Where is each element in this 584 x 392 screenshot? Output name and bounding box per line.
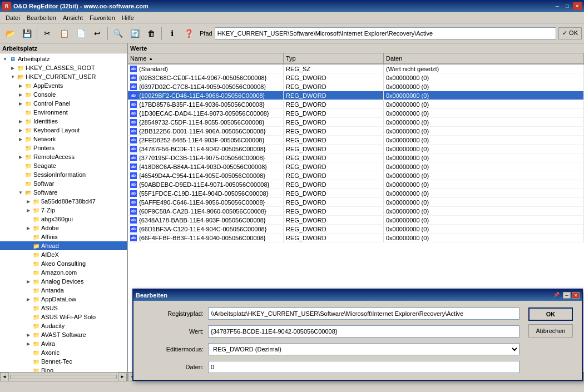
help-button[interactable]: ❓ <box>181 26 196 41</box>
tree-node-avira[interactable]: ▶ 📁 Avira <box>0 339 127 348</box>
tree-node-affinix[interactable]: 📁 Affinix <box>0 232 127 241</box>
tree-node-arbeitsplatz[interactable]: ▼ 🖥 Arbeitsplatz <box>0 54 127 63</box>
cut-button[interactable]: ✂ <box>39 26 55 41</box>
search-button[interactable]: 🔍 <box>110 26 126 41</box>
path-bar: Pfad ✓ OK <box>200 27 582 39</box>
table-row[interactable]: ab(Standard)REG_SZ(Wert nicht gesetzt) <box>128 64 584 73</box>
tree-node-hkey-current-user[interactable]: ▼ 📂 HKEY_CURRENT_USER <box>0 72 127 81</box>
dialog-close-button[interactable]: ✕ <box>572 292 580 299</box>
tree-node-avast[interactable]: ▶ 📁 AVAST Software <box>0 330 127 339</box>
tree-node-bino[interactable]: 📁 Bino <box>0 366 127 372</box>
tree-node-control-panel[interactable]: ▶ 📁 Control Panel <box>0 99 127 108</box>
table-row[interactable]: ab{3770195F-DC3B-11E4-9075-005056C00008}… <box>128 153 584 162</box>
tree-node-5a55dd[interactable]: ▶ 📁 5a55dd88e738bd47 <box>0 197 127 206</box>
tree-node-software[interactable]: ▼ 📂 Software <box>0 188 127 197</box>
table-row[interactable]: ab{0397D02C-C7C8-11E4-9059-005056C00008}… <box>128 82 584 91</box>
tree-node-environment[interactable]: 📁 Environment <box>0 108 127 117</box>
path-go-button[interactable]: ✓ OK <box>558 27 582 39</box>
dialog-ok-button[interactable]: OK <box>528 307 573 321</box>
tree-node-sessioninfo[interactable]: 📁 SessionInformation <box>0 170 127 179</box>
table-row[interactable]: ab{46549D4A-C954-11E4-905E-005056C00008}… <box>128 171 584 180</box>
tree-node-abgx360gui[interactable]: 📁 abgx360gui <box>0 215 127 224</box>
tree-node-seagate[interactable]: 📁 Seagate <box>0 161 127 170</box>
tree-node-printers[interactable]: 📁 Printers <box>0 143 127 152</box>
tree-node-audacity[interactable]: 📁 Audacity <box>0 321 127 330</box>
tree-label-arbeitsplatz: Arbeitsplatz <box>17 56 50 62</box>
dialog-cancel-button[interactable]: Abbrechen <box>528 324 573 338</box>
menu-ansicht[interactable]: Ansicht <box>60 14 86 22</box>
table-row[interactable]: ab{60F9C58A-CA2B-11E4-9060-005056C00008}… <box>128 207 584 216</box>
table-row[interactable]: ab{02B3C68C-CE0F-11E4-9067-005056C00008}… <box>128 73 584 82</box>
tree-node-aidex[interactable]: 📁 AIDeX <box>0 250 127 259</box>
cell-name-text: {46549D4A-C954-11E4-905E-005056C00008} <box>139 172 265 179</box>
paste-button[interactable]: 📄 <box>73 26 88 41</box>
table-row[interactable]: ab{17BD8576-B35F-11E4-9036-005056C00008}… <box>128 100 584 109</box>
table-row[interactable]: ab{66F4FFBF-BB3F-11E4-9040-005056C00008}… <box>128 234 584 242</box>
table-row[interactable]: ab{55F1FDCE-C19D-11E4-904D-005056C00008}… <box>128 189 584 198</box>
cell-name-11: ab{418D8C6A-B84A-11E4-903D-005056C00008} <box>128 162 284 171</box>
menu-favoriten[interactable]: Favoriten <box>86 14 118 22</box>
undo-button[interactable]: ↩ <box>90 26 105 41</box>
open-button[interactable]: 📂 <box>2 26 18 41</box>
tree-hscroll[interactable]: ◄ ► <box>0 372 127 381</box>
table-row[interactable]: ab{2BB122B6-D001-11E4-906A-005056C00008}… <box>128 127 584 136</box>
tree-node-appdatalow[interactable]: ▶ 📁 AppDataLow <box>0 295 127 304</box>
table-row[interactable]: ab{66D1BF3A-C120-11E4-904C-005056C00008}… <box>128 225 584 234</box>
tree-node-7zip[interactable]: ▶ 📁 7-Zip <box>0 206 127 215</box>
tree-scroll-left[interactable]: ◄ <box>0 373 9 381</box>
tree-node-network[interactable]: ▶ 📁 Network <box>0 135 127 143</box>
minimize-button[interactable]: ─ <box>553 2 562 10</box>
table-row[interactable]: ab{34787F56-BCDE-11E4-9042-005056C00008}… <box>128 145 584 153</box>
table-row[interactable]: ab{10029BF2-CD46-11E4-9066-005056C00008}… <box>128 91 584 100</box>
col-header-data[interactable]: Daten <box>384 53 584 63</box>
tree-scroll-right[interactable]: ► <box>118 373 127 381</box>
table-row[interactable]: ab{28549732-C5DF-11E4-9055-005056C00008}… <box>128 118 584 127</box>
table-row[interactable]: ab{6348A178-BABB-11E4-903F-005056C00008}… <box>128 216 584 225</box>
close-button[interactable]: ✕ <box>573 2 582 10</box>
tree-node-antanda[interactable]: 📁 Antanda <box>0 286 127 295</box>
menu-hilfe[interactable]: Hilfe <box>118 14 137 22</box>
dialog-minimize-button[interactable]: ─ <box>563 292 571 299</box>
dialog-editiermodus-select[interactable]: REG_DWORD (Dezimal) REG_DWORD (Hexadezim… <box>208 343 519 355</box>
table-row[interactable]: ab{1D30ECAC-DAD4-11E4-9073-005056C00008}… <box>128 109 584 118</box>
tree-node-amazon[interactable]: 📁 Amazon.com <box>0 268 127 277</box>
delete-button[interactable]: 🗑 <box>143 26 159 41</box>
tree-node-softwar[interactable]: 📁 Softwar <box>0 179 127 188</box>
tree-node-akeo[interactable]: 📁 Akeo Consulting <box>0 259 127 268</box>
tree-node-bennet[interactable]: 📁 Bennet-Tec <box>0 357 127 366</box>
tree-node-hkey-classes-root[interactable]: ▶ 📁 HKEY_CLASSES_ROOT <box>0 63 127 72</box>
folder-icon-adobe: 📁 <box>32 225 40 231</box>
tree-node-keyboard-layout[interactable]: ▶ 📁 Keyboard Layout <box>0 126 127 135</box>
menu-datei[interactable]: Datei <box>2 14 23 22</box>
maximize-button[interactable]: □ <box>563 2 572 10</box>
tree-node-analog[interactable]: ▶ 📁 Analog Devices <box>0 277 127 286</box>
table-row[interactable]: ab{418D8C6A-B84A-11E4-903D-005056C00008}… <box>128 162 584 171</box>
table-row[interactable]: ab{5AFFE490-C646-11E4-9056-005056C00008}… <box>128 198 584 207</box>
tree-node-console[interactable]: ▶ 📁 Console <box>0 90 127 99</box>
tree-node-axonic[interactable]: 📁 Axonic <box>0 348 127 357</box>
cell-data-16: 0x00000000 (0) <box>384 207 584 215</box>
table-row[interactable]: ab{50ABDEBC-D9ED-11E4-9071-005056C00008}… <box>128 180 584 189</box>
col-header-type[interactable]: Typ <box>284 53 384 63</box>
path-input[interactable] <box>215 27 556 39</box>
tree-node-remoteaccess[interactable]: ▶ 📁 RemoteAccess <box>0 152 127 161</box>
cell-data-5: 0x00000000 (0) <box>384 109 584 117</box>
save-button[interactable]: 💾 <box>19 26 34 41</box>
tree-node-identities[interactable]: ▶ 📁 Identities <box>0 117 127 126</box>
tree-label-printers: Printers <box>32 145 55 151</box>
tree-node-appevents[interactable]: ▶ 📁 AppEvents <box>0 81 127 90</box>
tree-node-asus[interactable]: 📁 ASUS <box>0 304 127 312</box>
copy-button[interactable]: 📋 <box>56 26 72 41</box>
table-row[interactable]: ab{2FED8252-8485-11E4-903F-005056C00008}… <box>128 136 584 145</box>
tree-hscroll-thumb <box>10 375 117 379</box>
replace-button[interactable]: 🔄 <box>127 26 142 41</box>
dialog-daten-input[interactable] <box>208 361 519 373</box>
col-header-name[interactable]: Name ▲ <box>128 53 284 63</box>
menu-bearbeiten[interactable]: Bearbeiten <box>23 14 60 22</box>
tree-node-ahead[interactable]: 📁 Ahead <box>0 241 127 250</box>
tree-content[interactable]: ▼ 🖥 Arbeitsplatz ▶ 📁 HKEY_CLASSES_ROOT ▼… <box>0 53 127 372</box>
tree-node-adobe[interactable]: ▶ 📁 Adobe <box>0 224 127 232</box>
folder-icon-audacity: 📁 <box>32 322 40 329</box>
info-button[interactable]: ℹ <box>164 26 180 41</box>
tree-node-asus-wifi[interactable]: 📁 ASUS WiFi-AP Solo <box>0 312 127 321</box>
